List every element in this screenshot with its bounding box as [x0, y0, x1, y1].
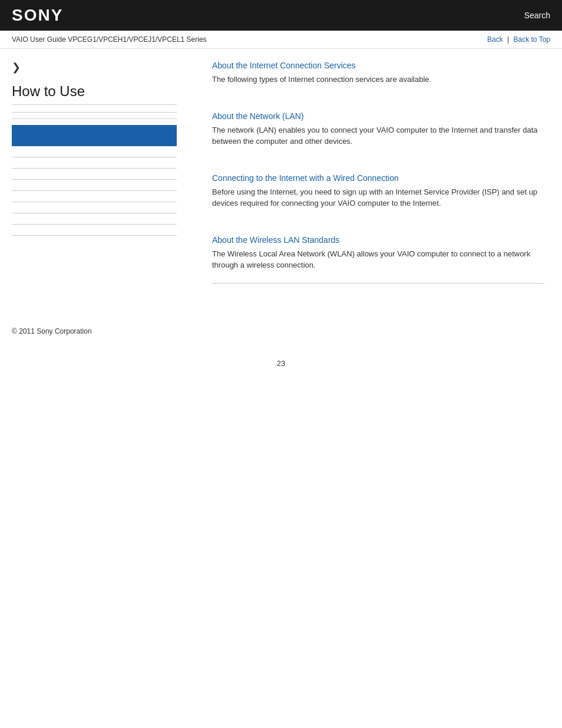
back-to-top-link[interactable]: Back to Top [514, 35, 550, 44]
sidebar-active-item[interactable] [12, 125, 177, 146]
content-section-4: About the Wireless LAN Standards The Wir… [212, 235, 544, 284]
copyright-text: © 2011 Sony Corporation [12, 327, 92, 335]
sidebar-line-4 [12, 190, 177, 191]
search-button[interactable]: Search [524, 11, 550, 20]
content-section-3: Connecting to the Internet with a Wired … [212, 173, 544, 221]
section-3-desc: Before using the Internet, you need to s… [212, 186, 544, 209]
page-header: SONY Search [0, 0, 562, 31]
section-4-desc: The Wireless Local Area Network (WLAN) a… [212, 248, 544, 271]
section-3-link[interactable]: Connecting to the Internet with a Wired … [212, 173, 544, 183]
section-1-link[interactable]: About the Internet Connection Services [212, 61, 544, 70]
sidebar-section-title: How to Use [12, 83, 177, 105]
section-4-link[interactable]: About the Wireless LAN Standards [212, 235, 544, 245]
sidebar-line-6 [12, 213, 177, 213]
sidebar-arrow-icon[interactable]: ❯ [12, 61, 177, 74]
breadcrumb-bar: VAIO User Guide VPCEG1/VPCEH1/VPCEJ1/VPC… [0, 31, 562, 49]
guide-title: VAIO User Guide VPCEG1/VPCEH1/VPCEJ1/VPC… [12, 35, 207, 44]
sidebar-line-2 [12, 168, 177, 169]
section-1-desc: The following types of Internet connecti… [212, 74, 544, 85]
nav-separator: | [507, 35, 511, 44]
section-2-desc: The network (LAN) enables you to connect… [212, 124, 544, 147]
sony-logo: SONY [12, 6, 63, 25]
sidebar: ❯ How to Use [0, 49, 189, 309]
sidebar-divider-2 [12, 118, 177, 119]
nav-links: Back | Back to Top [487, 35, 550, 44]
page-number: 23 [0, 347, 562, 380]
sidebar-divider-1 [12, 112, 177, 113]
sidebar-line-3 [12, 179, 177, 180]
section-2-link[interactable]: About the Network (LAN) [212, 111, 544, 121]
sidebar-lines-group [12, 157, 177, 236]
sidebar-line-5 [12, 202, 177, 202]
sidebar-line-7 [12, 224, 177, 225]
page-footer: © 2011 Sony Corporation [0, 315, 562, 347]
sidebar-line-8 [12, 235, 177, 236]
content-section-1: About the Internet Connection Services T… [212, 61, 544, 97]
sidebar-line-1 [12, 157, 177, 157]
content-section-2: About the Network (LAN) The network (LAN… [212, 111, 544, 159]
main-content: About the Internet Connection Services T… [189, 49, 562, 309]
back-link[interactable]: Back [487, 35, 503, 44]
main-container: ❯ How to Use About the Internet Connecti… [0, 49, 562, 309]
